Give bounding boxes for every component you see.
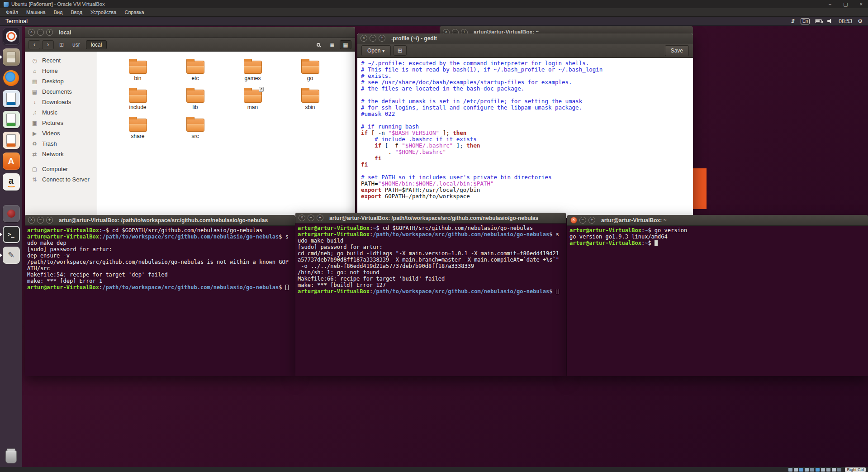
close-icon[interactable]: × (360, 35, 367, 42)
folder-label: etc (191, 75, 199, 81)
terminal2-content[interactable]: artur@artur-VirtualBox:~$ cd $GOPATH/src… (295, 224, 566, 376)
sidebar-item-pictures[interactable]: ▣Pictures (25, 118, 97, 128)
launcher-item-software[interactable]: A (0, 151, 22, 172)
maximize-icon[interactable]: + (46, 29, 53, 36)
forward-button[interactable]: › (42, 40, 54, 49)
sidebar-item-home[interactable]: ⌂Home (25, 66, 97, 76)
gedit-text-area[interactable]: # ~/.profile: executed by the command in… (357, 58, 693, 218)
folder-src[interactable]: src (166, 116, 224, 145)
gedit-titlebar[interactable]: × − + .profile (~/) - gedit (357, 33, 693, 43)
vbox-minimize-button[interactable]: − (829, 1, 831, 7)
folder-share[interactable]: share (109, 116, 166, 145)
files-folder-grid[interactable]: binetcgamesgoincludelib↗mansbinsharesrc (97, 52, 355, 217)
folder-etc[interactable]: etc (166, 58, 224, 87)
launcher-item-terminal[interactable]: >_ (0, 224, 22, 245)
minimize-icon[interactable]: − (579, 217, 586, 224)
sidebar-item-music[interactable]: ♫Music (25, 107, 97, 118)
folder-lib[interactable]: lib (166, 87, 224, 116)
terminal1-content[interactable]: artur@artur-VirtualBox:~$ cd $GOPATH/src… (25, 226, 295, 376)
launcher-item-impress[interactable] (0, 130, 22, 151)
network-indicator-icon[interactable]: ⇵ (791, 18, 795, 24)
launcher-item-amazon[interactable]: a (0, 172, 22, 192)
text-line: fi (361, 162, 693, 168)
folder-sbin[interactable]: sbin (281, 87, 339, 116)
maximize-icon[interactable]: + (317, 215, 323, 221)
maximize-icon[interactable]: + (588, 217, 595, 224)
shared-folders-status-icon[interactable] (816, 468, 820, 472)
vbox-menu-item[interactable]: Ввод (67, 9, 86, 16)
mouse-status-icon[interactable] (837, 468, 841, 472)
save-button[interactable]: Save (665, 45, 689, 56)
close-icon[interactable]: × (570, 217, 577, 224)
terminal3-content[interactable]: artur@artur-VirtualBox:~$ go versiongo v… (567, 226, 868, 376)
launcher-item-firefox[interactable] (0, 67, 22, 88)
breadcrumb-usr[interactable]: usr (67, 40, 85, 49)
sidebar-item-downloads[interactable]: ↓Downloads (25, 97, 97, 107)
launcher-item-dash[interactable] (0, 26, 22, 47)
files-titlebar[interactable]: × − + local (25, 27, 355, 38)
vbox-menu-item[interactable]: Машина (22, 9, 50, 16)
launcher-item-calc[interactable] (0, 109, 22, 130)
launcher-item-appcenter[interactable] (0, 203, 22, 224)
folder-bin[interactable]: bin (109, 58, 166, 87)
battery-icon[interactable] (815, 19, 822, 23)
sidebar-item-desktop[interactable]: ▦Desktop (25, 76, 97, 86)
vbox-titlebar[interactable]: Ubuntu [Работает] - Oracle VM VirtualBox… (0, 0, 868, 8)
terminal1-titlebar[interactable]: × − + artur@artur-VirtualBox: /path/to/w… (25, 215, 295, 226)
launcher-item-files[interactable] (0, 47, 22, 67)
vbox-menu-item[interactable]: Файл (2, 9, 22, 16)
folder-man[interactable]: ↗man (224, 87, 281, 116)
search-button[interactable] (313, 40, 324, 49)
folder-include[interactable]: include (109, 87, 166, 116)
panel-clock[interactable]: 08:53 (839, 18, 852, 24)
launcher-item-gedit[interactable]: ✎ (0, 245, 22, 266)
network-status-icon[interactable] (805, 468, 809, 472)
list-view-button[interactable]: ≣ (326, 40, 338, 49)
vbox-restore-button[interactable]: ▢ (843, 1, 848, 7)
panel-app-menu[interactable]: Terminal (5, 18, 28, 24)
minimize-icon[interactable]: − (37, 217, 44, 224)
back-button[interactable]: ‹ (28, 40, 40, 49)
sidebar-item-videos[interactable]: ▶Videos (25, 128, 97, 138)
terminal3-titlebar[interactable]: × − + artur@artur-VirtualBox: ~ (567, 215, 868, 226)
launcher-item-writer[interactable] (0, 88, 22, 109)
sidebar-item-connect-to-server[interactable]: ⇅Connect to Server (25, 174, 97, 185)
terminal2-titlebar[interactable]: × − + artur@artur-VirtualBox: /path/to/w… (295, 213, 566, 224)
maximize-icon[interactable]: + (46, 217, 53, 224)
close-icon[interactable]: × (28, 217, 35, 224)
features-status-icon[interactable] (832, 468, 836, 472)
video-capture-status-icon[interactable] (826, 468, 830, 472)
audio-status-icon[interactable] (799, 468, 803, 472)
display-status-icon[interactable] (821, 468, 825, 472)
sidebar-item-documents[interactable]: ▤Documents (25, 86, 97, 97)
vbox-menu-item[interactable]: Устройства (86, 9, 121, 16)
sidebar-item-recent[interactable]: ◷Recent (25, 55, 97, 66)
keyboard-layout-indicator[interactable]: En (801, 18, 810, 24)
usb-status-icon[interactable] (810, 468, 814, 472)
minimize-icon[interactable]: − (37, 29, 44, 36)
folder-go[interactable]: go (281, 58, 339, 87)
ubuntu-desktop[interactable]: Terminal ⇵ En 08:53 ⚙ Aa>_✎ × − + artur@… (0, 17, 868, 467)
hard-disk-status-icon[interactable] (788, 468, 792, 472)
documents-panel-button[interactable]: ⊞ (394, 45, 407, 56)
close-icon[interactable]: × (28, 29, 35, 36)
breadcrumb-local[interactable]: local (86, 40, 107, 49)
volume-icon[interactable] (827, 19, 833, 24)
close-icon[interactable]: × (299, 215, 305, 221)
session-gear-icon[interactable]: ⚙ (858, 18, 863, 24)
vbox-menu-item[interactable]: Справка (120, 9, 148, 16)
folder-games[interactable]: games (224, 58, 281, 87)
minimize-icon[interactable]: − (370, 35, 376, 42)
grid-view-button[interactable]: ▦ (340, 40, 351, 49)
sidebar-item-computer[interactable]: ▢Computer (25, 164, 97, 174)
open-button[interactable]: Open ▾ (361, 45, 391, 56)
vbox-close-button[interactable]: × (860, 1, 863, 7)
vbox-menu-item[interactable]: Вид (50, 9, 67, 16)
sidebar-item-trash[interactable]: ♻Trash (25, 138, 97, 149)
location-icon[interactable]: ⊞ (59, 42, 64, 48)
minimize-icon[interactable]: − (308, 215, 314, 221)
launcher-item-trash[interactable] (0, 450, 22, 463)
optical-disk-status-icon[interactable] (794, 468, 798, 472)
maximize-icon[interactable]: + (379, 35, 385, 42)
sidebar-item-network[interactable]: ⇄Network (25, 149, 97, 159)
